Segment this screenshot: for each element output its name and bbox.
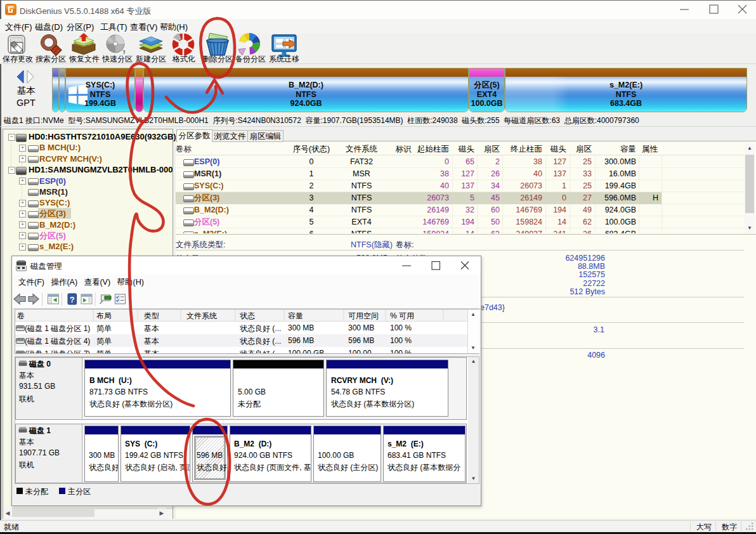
svg-text:?: ?	[70, 295, 75, 304]
